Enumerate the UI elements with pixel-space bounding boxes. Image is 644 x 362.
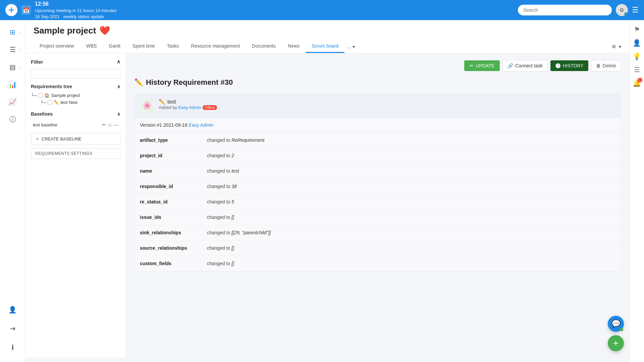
history-added-by: Added by Easy Admin Offline . [159, 105, 220, 110]
notification-icon[interactable]: 🔔 1 [633, 79, 641, 87]
chat-online-dot [620, 328, 623, 331]
history-card-info: ✏️ test Added by Easy Admin Offline . [159, 99, 220, 110]
history-card-header: 🌸 ✏️ test Added by Easy Admin Offline . [135, 94, 621, 118]
change-field: responsible_id [140, 183, 207, 190]
change-value: changed to [] [207, 214, 234, 221]
lightbulb-icon[interactable]: 💡 [633, 52, 641, 60]
nav-more-button[interactable]: ... ▾ [344, 41, 358, 53]
heart-emoji: ❤️ [99, 25, 110, 36]
tab-scrum-board[interactable]: Scrum board [306, 40, 344, 53]
list-check-icon[interactable]: ☰ [634, 66, 640, 74]
edit-baseline-icon[interactable]: ✏ [102, 122, 106, 127]
history-item-name: ✏️ test [159, 99, 220, 105]
change-field: artifact_type [140, 137, 207, 144]
calendar-icon[interactable]: 📅 [21, 5, 31, 15]
baselines-collapse-icon[interactable]: ∧ [117, 111, 120, 117]
sidebar-info[interactable]: ℹ [5, 339, 21, 355]
history-title-text: History Requirement #30 [146, 78, 233, 87]
chevron-down-icon: ▾ [353, 44, 355, 49]
change-row-name: name changed to test [135, 164, 621, 179]
sidebar-item-chart[interactable]: 📈 [5, 94, 21, 110]
plus-icon: ＋ [35, 136, 40, 142]
tree-checkbox[interactable] [48, 100, 52, 105]
tree-item-test-new[interactable]: └─ ✏️ test New [40, 99, 120, 106]
requirements-settings-button[interactable]: REQUIREMENTS SETTINGS [31, 148, 120, 159]
tab-news[interactable]: News [282, 40, 306, 53]
tab-resource-management[interactable]: Resource management [185, 40, 246, 53]
change-field: issue_ids [140, 214, 207, 221]
nav-more-label: ... [347, 44, 351, 49]
tree-item-label: Sample project [51, 93, 80, 98]
meeting-info: 12:56 Upcoming meeting in 21 hours 14 mi… [35, 0, 117, 20]
bar-chart-icon: 📊 [8, 80, 17, 88]
project-title: Sample project ❤️ [34, 25, 621, 36]
tree-item-label: test New [60, 100, 77, 105]
add-fab-button[interactable]: + [608, 335, 624, 351]
tab-wbs[interactable]: WBS [80, 40, 103, 53]
change-value: changed to test [207, 168, 239, 175]
baseline-item: test baseline ✏ ◇ — [31, 119, 120, 130]
sidebar-item-list[interactable]: ☰ › [5, 42, 21, 58]
change-value: changed to ReRequirement [207, 137, 264, 144]
history-label: HISTORY [563, 63, 584, 68]
tab-documents[interactable]: Documents [246, 40, 282, 53]
sidebar-item-barchart[interactable]: 📊 [5, 76, 21, 93]
version-date: 2021-09-16 [163, 122, 187, 128]
house-icon: 🏠 [44, 93, 50, 98]
tab-tasks[interactable]: Tasks [161, 40, 185, 53]
baselines-label: Baselines [31, 111, 53, 117]
sidebar-add-user[interactable]: 👤 [5, 302, 21, 318]
settings-chevron: ▾ [619, 44, 621, 49]
topbar: 📅 12:56 Upcoming meeting in 21 hours 14 … [0, 0, 644, 20]
filter-input[interactable] [31, 69, 120, 78]
pencil-update-icon: ✏ [470, 63, 474, 68]
sidebar-item-alert[interactable]: ⓘ [5, 111, 21, 127]
requirements-tree-label: Requirements tree [31, 84, 72, 89]
change-field: source_relationships [140, 245, 207, 252]
tab-project-overview[interactable]: Project overview [34, 40, 80, 53]
sidebar-item-grid[interactable]: ⊞ › [5, 24, 21, 40]
logo[interactable] [5, 4, 17, 16]
change-value: changed to 38 [207, 183, 237, 190]
pencil-title-icon: ✏️ [134, 78, 143, 87]
change-value: changed to 5 [207, 198, 234, 205]
tree-item-sample-project[interactable]: └─ 🏠 Sample project [31, 92, 120, 99]
search-input[interactable] [518, 5, 612, 15]
history-author-link[interactable]: Easy Admin [178, 105, 202, 110]
history-name-text: test [167, 99, 176, 105]
left-sidebar: ⊞ › ☰ › ▤ › 📊 📈 ⓘ 👤 ⇥ ℹ [0, 20, 25, 358]
change-field: project_id [140, 152, 207, 159]
filter-title: Filter [31, 59, 43, 65]
history-button[interactable]: 🕐 HISTORY [550, 60, 588, 71]
create-baseline-label: CREATE BASELINE [42, 136, 82, 141]
diamond-baseline-icon[interactable]: ◇ [108, 122, 112, 127]
meeting-text: Upcoming meeting in 21 hours 14 minutes [35, 8, 117, 14]
minus-baseline-icon[interactable]: — [114, 122, 118, 127]
avatar[interactable]: G [616, 4, 628, 16]
update-button[interactable]: ✏ UPDATE [464, 60, 500, 71]
expand-arrow: › [19, 31, 20, 34]
connect-task-button[interactable]: 🔗 Connect task [502, 60, 548, 71]
change-row-re-status-id: re_status_id changed to 5 [135, 194, 621, 210]
version-author-link[interactable]: Easy Admin [189, 122, 214, 128]
filter-collapse-icon[interactable]: ∧ [117, 59, 120, 65]
sidebar-logout[interactable]: ⇥ [5, 320, 21, 337]
user-check-icon[interactable]: 👤 [633, 39, 641, 47]
history-avatar: 🌸 [140, 99, 154, 113]
change-field: sink_relationships [140, 229, 207, 236]
history-title: ✏️ History Requirement #30 [134, 78, 621, 87]
tab-gantt[interactable]: Gantt [103, 40, 126, 53]
change-value: changed to [] [207, 245, 234, 252]
tree-collapse-icon[interactable]: ∧ [117, 84, 120, 89]
nav-settings[interactable]: ⚙ ▾ [612, 44, 621, 49]
menu-icon[interactable]: ☰ [632, 6, 639, 14]
tab-spent-time[interactable]: Spent time [126, 40, 161, 53]
tree-checkbox[interactable] [38, 93, 43, 98]
delete-button[interactable]: 🗑 Delete [591, 60, 621, 71]
sidebar-item-table[interactable]: ▤ › [5, 59, 21, 75]
flag-icon[interactable]: ⚑ [634, 25, 640, 34]
create-baseline-button[interactable]: ＋ CREATE BASELINE [31, 133, 120, 145]
current-time: 12:56 [35, 0, 117, 8]
version-label: Version #1 [140, 122, 162, 128]
chat-fab-button[interactable]: 💬 [608, 316, 624, 332]
